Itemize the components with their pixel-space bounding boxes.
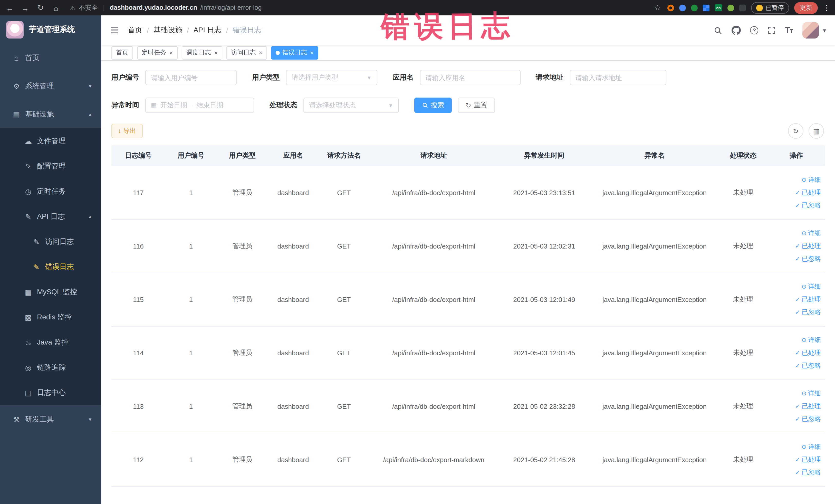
sidebar-item-java-monitor[interactable]: ♨ Java 监控	[0, 330, 101, 355]
sidebar-item-home[interactable]: ⌂ 首页	[0, 44, 101, 72]
breadcrumb-item-infrastructure[interactable]: 基础设施	[154, 26, 182, 35]
tab-access-log[interactable]: 访问日志 ×	[226, 46, 267, 59]
row-action-processed[interactable]: ✓已处理	[768, 346, 821, 359]
row-action-detail[interactable]: ⊙详细	[768, 227, 821, 240]
row-action-detail[interactable]: ⊙详细	[768, 173, 821, 186]
cell-exception-name: java.lang.IllegalArgumentException	[590, 380, 719, 433]
security-label: 不安全	[79, 3, 98, 12]
tab-schedule-log[interactable]: 调度日志 ×	[182, 46, 222, 59]
user-type-select[interactable]: 请选择用户类型 ▼	[286, 70, 377, 85]
hamburger-icon[interactable]: ☰	[101, 25, 128, 36]
row-action-ignored[interactable]: ✓已忽略	[768, 359, 821, 372]
main-content: 用户编号 用户类型 请选择用户类型 ▼ 应用名 请求地址 异常时间	[101, 61, 835, 504]
sidebar-item-access-log[interactable]: ✎ 访问日志	[0, 229, 101, 254]
close-icon[interactable]: ×	[310, 49, 314, 56]
column-settings-button[interactable]: ▥	[809, 123, 824, 139]
column-header-5: 请求地址	[370, 145, 498, 166]
tab-error-log[interactable]: 错误日志 ×	[271, 46, 318, 59]
close-icon[interactable]: ×	[169, 49, 173, 56]
update-button[interactable]: 更新	[794, 2, 818, 14]
reset-button[interactable]: ↻ 重置	[458, 98, 495, 113]
sidebar-item-system-management[interactable]: ⚙ 系统管理 ▼	[0, 72, 101, 100]
row-action-ignored[interactable]: ✓已忽略	[768, 199, 821, 212]
row-action-ignored[interactable]: ✓已忽略	[768, 466, 821, 479]
smiley-icon	[756, 4, 763, 11]
cell-actions: ⊙详细✓已处理✓已忽略	[768, 380, 825, 433]
sidebar-item-mysql-monitor[interactable]: ▦ MySQL 监控	[0, 279, 101, 304]
row-action-detail[interactable]: ⊙详细	[768, 334, 821, 346]
user-menu[interactable]: ▼	[802, 22, 827, 39]
extension-orange-icon[interactable]	[667, 4, 674, 11]
row-action-ignored[interactable]: ✓已忽略	[768, 306, 821, 319]
sidebar-item-redis-monitor[interactable]: ▩ Redis 监控	[0, 304, 101, 330]
cell-exception-time: 2021-05-02 23:32:28	[498, 380, 590, 433]
app-name-input[interactable]	[420, 70, 520, 85]
sidebar-item-dev-tools[interactable]: ⚒ 研发工具 ▼	[0, 405, 101, 434]
cell-user-type: 管理员	[217, 433, 268, 486]
sidebar-logo[interactable]: 芋道管理系统	[0, 15, 101, 44]
chevron-up-icon: ▲	[88, 112, 93, 117]
browser-back-icon[interactable]: ←	[5, 3, 14, 12]
extension-on-badge[interactable]: on	[715, 4, 722, 11]
browser-forward-icon[interactable]: →	[21, 3, 30, 12]
row-action-ignored[interactable]: ✓已忽略	[768, 253, 821, 265]
help-icon[interactable]: ?	[750, 26, 758, 35]
extension-grid-icon[interactable]	[703, 4, 710, 11]
cell-exception-name: java.lang.IllegalArgumentException	[590, 433, 719, 486]
cell-method: GET	[318, 166, 370, 219]
doc-icon: ✎	[31, 238, 42, 246]
search-icon[interactable]	[714, 26, 722, 35]
extension-green-icon[interactable]	[691, 4, 698, 11]
extension-leaf-icon[interactable]	[728, 4, 734, 11]
sidebar-item-file-management[interactable]: ☁ 文件管理	[0, 128, 101, 154]
extension-pin-icon[interactable]	[739, 4, 746, 11]
row-action-detail[interactable]: ⊙详细	[768, 280, 821, 293]
process-status-select[interactable]: 请选择处理状态 ▼	[303, 98, 399, 113]
sidebar-item-scheduled-tasks[interactable]: ◷ 定时任务	[0, 179, 101, 204]
browser-home-icon[interactable]: ⌂	[51, 3, 61, 12]
exception-time-range-picker[interactable]: ▦ 开始日期 - 结束日期	[145, 98, 254, 113]
row-action-processed[interactable]: ✓已处理	[768, 400, 821, 412]
row-action-processed[interactable]: ✓已处理	[768, 453, 821, 466]
eye-icon: ⊙	[802, 230, 807, 236]
browser-reload-icon[interactable]: ↻	[36, 3, 45, 12]
breadcrumb-item-api-log[interactable]: API 日志	[194, 26, 222, 35]
row-action-processed[interactable]: ✓已处理	[768, 240, 821, 253]
sidebar-item-config-management[interactable]: ✎ 配置管理	[0, 154, 101, 179]
extension-blue-icon[interactable]	[679, 4, 686, 11]
row-action-detail[interactable]: ⊙详细	[768, 440, 821, 453]
check-icon: ✓	[795, 469, 800, 475]
user-id-input[interactable]	[145, 70, 237, 85]
fullscreen-icon[interactable]	[768, 26, 776, 35]
export-button[interactable]: ↓ 导出	[111, 124, 143, 138]
paused-button[interactable]: 已暂停	[751, 2, 789, 14]
cell-user-type: 管理员	[217, 273, 268, 326]
cell-request-url: /api/infra/db-doc/export-html	[370, 219, 498, 273]
breadcrumb-item-home[interactable]: 首页	[128, 26, 142, 35]
row-action-detail[interactable]: ⊙详细	[768, 387, 821, 400]
cell-actions: ⊙详细✓已处理✓已忽略	[768, 433, 825, 486]
row-action-processed[interactable]: ✓已处理	[768, 186, 821, 199]
row-action-ignored[interactable]: ✓已忽略	[768, 412, 821, 425]
close-icon[interactable]: ×	[214, 49, 218, 56]
cell-user-type: 管理员	[217, 219, 268, 273]
address-bar[interactable]: ⚠ 不安全 | dashboard.yudao.iocoder.cn/infra…	[70, 3, 262, 12]
tab-scheduled-tasks[interactable]: 定时任务 ×	[137, 46, 178, 59]
cell-user-id: 1	[165, 166, 217, 219]
tab-home[interactable]: 首页	[111, 46, 133, 59]
search-button[interactable]: 搜索	[414, 98, 452, 113]
browser-menu-icon[interactable]: ⋮	[823, 4, 830, 12]
app-title: 芋道管理系统	[29, 25, 75, 35]
sidebar-item-error-log[interactable]: ✎ 错误日志	[0, 254, 101, 279]
refresh-table-button[interactable]: ↻	[788, 123, 803, 139]
sidebar-item-api-log[interactable]: ✎ API 日志 ▲	[0, 204, 101, 229]
close-icon[interactable]: ×	[259, 49, 262, 56]
sidebar-item-trace[interactable]: ◎ 链路追踪	[0, 355, 101, 380]
row-action-processed[interactable]: ✓已处理	[768, 293, 821, 306]
sidebar-item-infrastructure[interactable]: ▤ 基础设施 ▲	[0, 100, 101, 128]
request-url-input[interactable]	[570, 70, 666, 85]
bookmark-star-icon[interactable]: ☆	[653, 3, 662, 12]
github-icon[interactable]	[732, 26, 741, 35]
sidebar-item-log-center[interactable]: ▤ 日志中心	[0, 380, 101, 405]
font-size-icon[interactable]: TT	[785, 26, 793, 35]
